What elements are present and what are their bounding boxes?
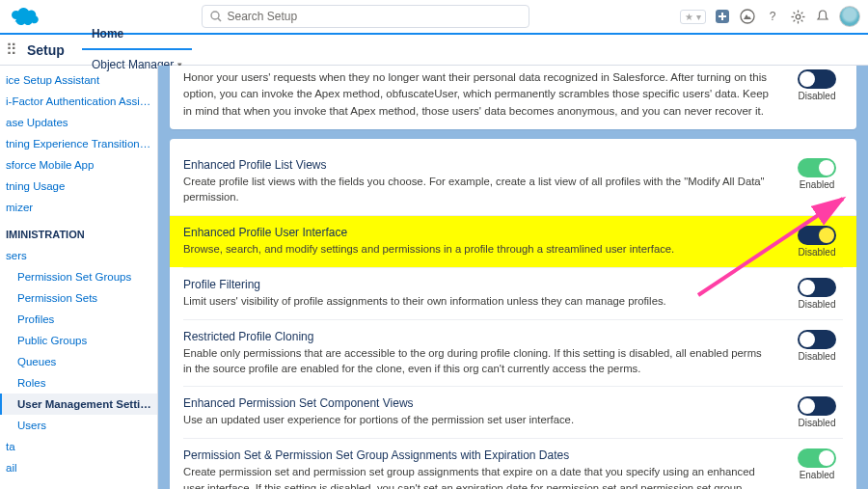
toggle[interactable] (798, 330, 836, 349)
setting-text: Enhanced Profile List ViewsCreate profil… (183, 158, 791, 205)
toggle-label: Disabled (791, 418, 843, 428)
obfuscate-user-toggle-wrap: Disabled (791, 69, 843, 101)
sidebar-item-permission-sets[interactable]: Permission Sets (0, 287, 157, 309)
sidebar-item-ice-setup-assistant[interactable]: ice Setup Assistant (0, 69, 157, 91)
toggle-label: Enabled (791, 470, 843, 480)
search-icon (210, 11, 222, 22)
toggle-label: Disabled (791, 299, 843, 310)
setting-toggle-wrap: Disabled (791, 278, 843, 310)
sidebar-item-i-factor-authentication-assistant[interactable]: i-Factor Authentication Assistant (0, 91, 157, 112)
setting-title: Enhanced Profile User Interface (183, 226, 772, 239)
sidebar-item-tning-usage[interactable]: tning Usage (0, 176, 157, 197)
setting-title: Enhanced Profile List Views (183, 158, 772, 172)
sidebar-item-public-groups[interactable]: Public Groups (0, 330, 157, 351)
toggle-label: Enabled (791, 179, 843, 190)
avatar[interactable] (839, 6, 860, 27)
toggle[interactable] (798, 226, 836, 245)
star-icon: ★ (685, 12, 693, 22)
svg-line-11 (800, 19, 802, 21)
sidebar-item-roles[interactable]: Roles (0, 372, 157, 394)
bell-icon[interactable] (814, 8, 831, 25)
app-name: Setup (27, 42, 65, 58)
user-management-settings-card: Enhanced Profile List ViewsCreate profil… (170, 139, 856, 489)
setting-toggle-wrap: Enabled (791, 158, 843, 190)
setting-desc: Create profile list views with the field… (183, 174, 772, 205)
setting-row: Enhanced Profile User InterfaceBrowse, s… (170, 215, 856, 267)
trailhead-icon[interactable] (739, 8, 756, 25)
obfuscate-user-toggle[interactable] (798, 69, 836, 89)
setting-row: Enhanced Permission Set Component ViewsU… (183, 386, 843, 438)
setting-desc: Limit users' visibility of profile assig… (183, 293, 772, 309)
sidebar-item-sforce-mobile-app[interactable]: sforce Mobile App (0, 154, 157, 176)
salesforce-logo (8, 5, 42, 28)
setting-text: Enhanced Profile User InterfaceBrowse, s… (183, 226, 791, 257)
sidebar-item-profiles[interactable]: Profiles (0, 309, 157, 330)
sidebar-item-mizer[interactable]: mizer (0, 197, 157, 218)
favorites-dropdown[interactable]: ★ ▾ (680, 10, 706, 24)
toggle-label: Disabled (791, 247, 843, 258)
svg-line-13 (800, 12, 802, 14)
context-bar: ⠿ Setup HomeObject Manager▾ (0, 35, 868, 66)
setting-row: Restricted Profile CloningEnable only pe… (183, 319, 843, 387)
setting-desc: Enable only permissions that are accessi… (183, 345, 772, 377)
svg-point-5 (796, 14, 800, 19)
setting-toggle-wrap: Disabled (791, 396, 843, 428)
main-layout: ice Setup Assistanti-Factor Authenticati… (0, 66, 868, 489)
setting-title: Profile Filtering (183, 278, 772, 291)
sidebar-item-user-management-settings[interactable]: User Management Settings (0, 394, 157, 415)
sidebar-item-users[interactable]: Users (0, 415, 157, 436)
toggle[interactable] (798, 448, 836, 468)
setting-toggle-wrap: Disabled (791, 226, 843, 258)
setting-row: Profile FilteringLimit users' visibility… (183, 267, 843, 319)
svg-text:?: ? (770, 10, 776, 23)
setting-text: Profile FilteringLimit users' visibility… (183, 278, 791, 309)
sidebar-item-permission-set-groups[interactable]: Permission Set Groups (0, 266, 157, 287)
svg-line-12 (793, 19, 795, 21)
obfuscate-user-desc: Honor your users' requests when they no … (183, 69, 791, 120)
setting-text: Permission Set & Permission Set Group As… (183, 448, 791, 489)
header-utilities: ★ ▾ ? (680, 6, 860, 27)
chevron-down-icon: ▾ (696, 12, 701, 22)
toggle[interactable] (798, 158, 836, 177)
sidebar-item-sers[interactable]: sers (0, 245, 157, 266)
setting-row: Enhanced Profile List ViewsCreate profil… (183, 149, 843, 215)
svg-point-0 (211, 12, 219, 19)
sidebar-item-queues[interactable]: Queues (0, 351, 157, 372)
content-area: Honor your users' requests when they no … (158, 66, 868, 489)
add-icon[interactable] (714, 8, 731, 25)
setting-toggle-wrap: Disabled (791, 330, 843, 362)
toggle[interactable] (798, 396, 836, 416)
sidebar-item-ail[interactable]: ail (0, 457, 157, 478)
sidebar-item-ase-updates[interactable]: ase Updates (0, 112, 157, 133)
setting-desc: Browse, search, and modify settings and … (183, 241, 772, 257)
help-icon[interactable]: ? (764, 8, 781, 25)
setting-toggle-wrap: Enabled (791, 448, 843, 480)
sidebar-item-iministration: IMINISTRATION (0, 224, 157, 245)
sidebar-item-ta[interactable]: ta (0, 436, 157, 457)
setting-desc: Use an updated user experience for porti… (183, 412, 772, 427)
setting-title: Restricted Profile Cloning (183, 330, 772, 343)
toggle[interactable] (798, 278, 836, 297)
app-launcher-icon[interactable]: ⠿ (6, 41, 17, 59)
search-placeholder: Search Setup (228, 10, 298, 23)
gear-icon[interactable] (789, 8, 806, 25)
setting-text: Enhanced Permission Set Component ViewsU… (183, 396, 791, 427)
tab-home[interactable]: Home (82, 19, 192, 50)
sidebar-item-tning-experience-transition-stant[interactable]: tning Experience Transition stant (0, 133, 157, 154)
svg-line-1 (218, 18, 221, 21)
setting-row: Permission Set & Permission Set Group As… (183, 438, 843, 489)
obfuscate-user-toggle-label: Disabled (791, 91, 843, 101)
toggle-label: Disabled (791, 351, 843, 362)
setting-desc: Create permission set and permission set… (183, 464, 772, 489)
svg-line-10 (793, 12, 795, 14)
global-search[interactable]: Search Setup (202, 5, 529, 28)
setting-title: Permission Set & Permission Set Group As… (183, 448, 772, 462)
sidebar-item-tform-tools: TFORM TOOLS (0, 484, 157, 489)
top-partial-card: Honor your users' requests when they no … (170, 66, 856, 129)
setting-title: Enhanced Permission Set Component Views (183, 396, 772, 410)
setup-sidebar: ice Setup Assistanti-Factor Authenticati… (0, 66, 158, 489)
setting-text: Restricted Profile CloningEnable only pe… (183, 330, 791, 377)
